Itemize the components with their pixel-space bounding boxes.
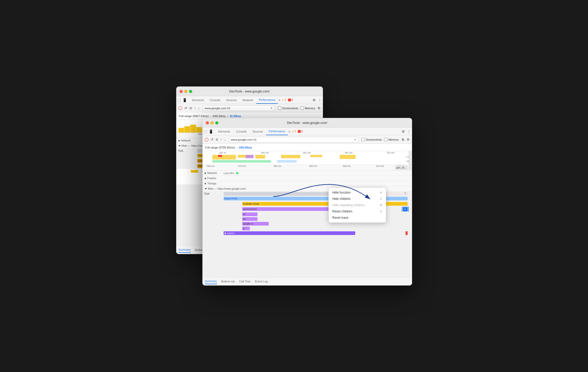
front-p-bar[interactable]: p	[242, 227, 250, 230]
back-record-button[interactable]	[179, 106, 182, 110]
front-ea-bar[interactable]: ea	[242, 217, 257, 221]
ctx-reset-trace[interactable]: Reset trace	[329, 215, 386, 221]
front-tab-console[interactable]: Console	[233, 128, 249, 135]
front-more-icon[interactable]: ⋮	[407, 129, 411, 134]
front-bottom-tabs: Summary Bottom-Up Call Tree Event Log	[203, 277, 412, 285]
front-layout-content: ◆Layout	[224, 231, 412, 235]
front-googlecv-bar[interactable]: google.cv	[242, 222, 269, 226]
back-maximize-button[interactable]	[189, 90, 192, 93]
ctx-hide-function[interactable]: Hide function H	[329, 189, 386, 196]
front-network-green-bar	[236, 172, 238, 174]
ctx-reset-children-key: U	[380, 210, 382, 213]
back-rec-settings-icon[interactable]: ⚙	[317, 106, 321, 110]
back-more-icon[interactable]: ⋮	[318, 98, 322, 102]
front-memory-checkbox[interactable]	[384, 138, 387, 141]
front-cpu-bar-4	[281, 155, 301, 158]
back-upload-icon[interactable]: ↑	[194, 106, 196, 110]
front-memory-checkbox-group: Memory	[384, 138, 399, 141]
ctx-reset-trace-label: Reset trace	[332, 216, 348, 220]
front-bottom-tab-bottomup[interactable]: Bottom-Up	[221, 279, 235, 284]
front-bottom-tab-calltree[interactable]: Call Tree	[239, 279, 251, 284]
back-clear-icon[interactable]: ⊘	[189, 106, 192, 110]
front-minimize-button[interactable]	[211, 121, 214, 124]
front-clear-icon[interactable]: ⊘	[215, 138, 218, 141]
front-bottom-tab-summary[interactable]: Summary	[205, 278, 217, 284]
ctx-hide-function-key: H	[380, 191, 382, 194]
front-frames-expand-icon[interactable]	[205, 177, 206, 179]
front-more-tabs-icon[interactable]: »	[288, 130, 290, 133]
back-yellow-bar-1	[191, 170, 198, 173]
back-url-dropdown-icon[interactable]: ▼	[270, 107, 273, 110]
back-tab-elements[interactable]: Elements	[190, 96, 207, 104]
front-download-icon[interactable]: ↓	[224, 138, 226, 141]
front-tab-performance[interactable]: Performance	[266, 128, 288, 135]
back-range-arrow-1: ›	[210, 114, 211, 118]
back-cpu-bar-2	[184, 126, 190, 133]
back-reload-icon[interactable]: ↺	[184, 106, 187, 110]
front-scrollbar[interactable]	[409, 151, 412, 165]
back-close-button[interactable]	[180, 90, 183, 93]
front-screenshots-checkbox[interactable]	[362, 138, 365, 141]
back-settings-icon[interactable]: ⚙	[312, 98, 316, 102]
back-warning-badge: ⚠ 3	[282, 99, 286, 101]
front-close-button[interactable]	[206, 121, 209, 124]
back-bottom-tab-summary[interactable]: Summary	[179, 247, 191, 253]
front-w-bar[interactable]: W	[242, 212, 257, 216]
ctx-hide-children[interactable]: Hide children C	[329, 196, 386, 202]
back-device-icon[interactable]: 📱	[182, 98, 187, 102]
front-memory-label: Memory	[389, 138, 399, 141]
ctx-reset-children[interactable]: Reset children U	[329, 208, 386, 215]
back-traffic-lights	[180, 90, 192, 93]
ctx-hide-repeating-key: R	[380, 204, 382, 207]
front-upload-icon[interactable]: ↑	[220, 138, 222, 141]
front-tab-sources[interactable]: Sources	[250, 128, 266, 135]
back-more-tabs-icon[interactable]: »	[278, 98, 280, 102]
back-minimize-button[interactable]	[184, 90, 187, 93]
back-tab-console[interactable]: Console	[207, 96, 223, 104]
front-device-icon[interactable]: 📱	[209, 129, 213, 134]
back-tab-sources[interactable]: Sources	[224, 96, 239, 104]
front-network-header: Network n,jsa,mb4...	[203, 171, 412, 176]
back-network-label: Network	[181, 139, 191, 142]
front-settings-icon[interactable]: ⚙	[402, 129, 405, 134]
front-p-row: p	[203, 226, 412, 231]
front-p-content: p	[224, 226, 412, 231]
back-inspect-icon[interactable]: ⬚	[177, 98, 181, 102]
front-selected-range: 535.50ms	[239, 146, 252, 149]
front-timings-expand-icon[interactable]	[205, 183, 206, 185]
front-network-expand-icon[interactable]	[205, 172, 206, 174]
back-cpu-bar-4	[196, 127, 202, 133]
front-maximize-button[interactable]	[215, 121, 218, 124]
front-gen-label: gen_20...	[395, 166, 408, 169]
front-warning-badge: ⚠ 5	[292, 130, 296, 133]
ctx-hide-function-label: Hide function	[332, 191, 351, 194]
front-bottom-tab-eventlog[interactable]: Event Log	[255, 279, 268, 284]
back-network-expand-icon[interactable]	[179, 140, 180, 142]
front-layout-bar[interactable]: ◆Layout	[224, 231, 355, 235]
front-detail-scrollbar[interactable]	[409, 165, 412, 170]
ctx-hide-children-key: C	[380, 197, 382, 200]
front-rec-settings-icon[interactable]: ⚙	[407, 138, 410, 141]
back-url-bar[interactable]: www.google.com #1 ▼	[203, 105, 275, 111]
back-tab-network[interactable]: Network	[240, 96, 256, 104]
front-full-range: Full range (5705.85ms)	[205, 146, 235, 149]
front-detail-mark-6: 414 ms	[376, 165, 384, 167]
back-warning-icon: ⚠	[282, 99, 284, 101]
front-inspect-icon[interactable]: ⬚	[204, 129, 207, 134]
front-tab-elements[interactable]: Elements	[216, 128, 233, 135]
front-url-dropdown-icon[interactable]: ▼	[354, 138, 357, 141]
front-overview-ruler: 361 m 461 ms 561 ms 661 ms 761 ms	[203, 151, 412, 154]
back-tab-performance[interactable]: Performance	[256, 96, 278, 104]
back-screenshots-checkbox[interactable]	[278, 106, 281, 110]
front-url-bar[interactable]: www.google.com #1 ▼	[229, 137, 358, 143]
front-main-expand-icon[interactable]	[205, 188, 207, 190]
front-rec-capture-icon[interactable]: 🖥	[401, 138, 404, 141]
front-reload-icon[interactable]: ↺	[211, 138, 213, 141]
back-memory-checkbox[interactable]	[300, 106, 304, 110]
back-main-expand-icon[interactable]	[179, 145, 181, 147]
front-task-t-label: T...	[404, 192, 407, 195]
back-download-icon[interactable]: ↓	[198, 106, 200, 110]
front-record-button[interactable]	[205, 138, 208, 141]
front-net-bar-1	[212, 160, 271, 163]
back-selected-range: 649.34ms	[213, 114, 225, 118]
